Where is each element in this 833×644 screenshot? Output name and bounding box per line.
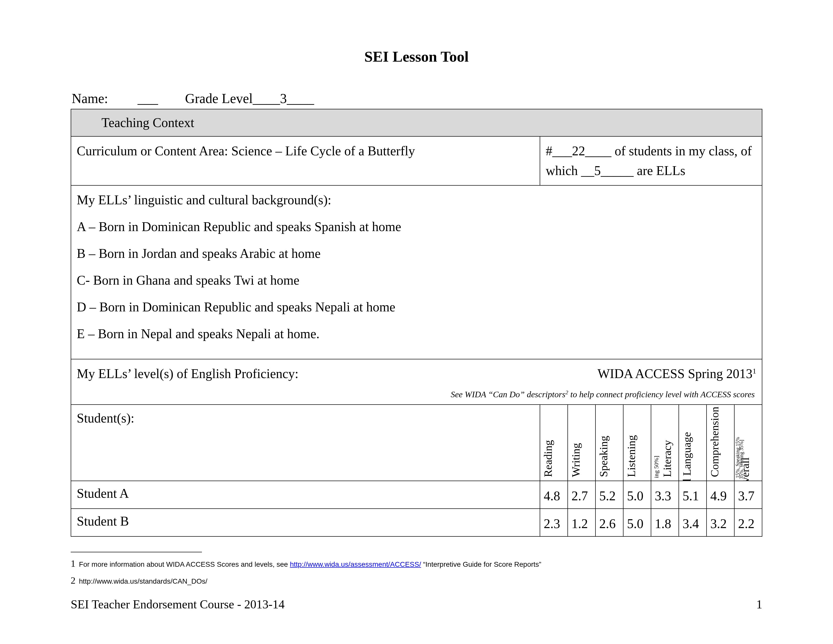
footer-left: SEI Teacher Endorsement Course - 2013-14 bbox=[71, 597, 285, 611]
name-label: Name: bbox=[72, 91, 108, 106]
col-oral: Oral Language bbox=[679, 404, 706, 481]
score-header-row: Student(s): Reading Writing Speaking Lis… bbox=[71, 404, 762, 481]
student-a-writing: 2.7 bbox=[568, 481, 595, 509]
class-counts: #___22____ of students in my class, of w… bbox=[546, 144, 752, 178]
col-writing: Writing bbox=[568, 404, 595, 481]
grade-value: 3 bbox=[280, 91, 287, 106]
student-b-literacy: 1.8 bbox=[651, 509, 679, 536]
footnote-1: 1 For more information about WIDA ACCESS… bbox=[71, 557, 762, 570]
student-a-row: Student A 4.8 2.7 5.2 5.0 3.3 5.1 4.9 3.… bbox=[71, 481, 762, 509]
col-literacy: Literacy ing 50%] bbox=[651, 404, 679, 481]
student-a-overall: 3.7 bbox=[734, 481, 762, 509]
teaching-context-header: Teaching Context bbox=[71, 109, 762, 136]
name-grade-line: Name: ___ Grade Level____3____ bbox=[71, 91, 762, 106]
backgrounds-heading: My ELLs’ linguistic and cultural backgro… bbox=[77, 190, 756, 210]
page-footer: SEI Teacher Endorsement Course - 2013-14… bbox=[71, 597, 762, 611]
background-b: B – Born in Jordan and speaks Arabic at … bbox=[77, 244, 756, 263]
page-title: SEI Lesson Tool bbox=[71, 48, 762, 65]
footnote-1-post: “Interpretive Guide for Score Reports” bbox=[421, 560, 541, 568]
helper-text: See WIDA “Can Do” descriptors2 to help c… bbox=[77, 389, 756, 400]
student-b-reading: 2.3 bbox=[540, 509, 568, 536]
student-a-oral: 5.1 bbox=[679, 481, 706, 509]
footnote-1-num: 1 bbox=[71, 558, 76, 569]
teaching-context-row: Teaching Context bbox=[71, 109, 762, 136]
student-a-listening: 5.0 bbox=[623, 481, 651, 509]
helper-sup: 2 bbox=[565, 389, 568, 396]
page: SEI Lesson Tool Name: ___ Grade Level___… bbox=[0, 0, 833, 644]
col-speaking: Speaking bbox=[595, 404, 623, 481]
footer-page-number: 1 bbox=[756, 597, 762, 611]
background-c: C- Born in Ghana and speaks Twi at home bbox=[77, 270, 756, 290]
footnote-2: 2 http://www.wida.us/standards/CAN_DOs/ bbox=[71, 574, 762, 587]
students-label: Student(s): bbox=[71, 404, 540, 481]
proficiency-row: My ELLs’ level(s) of English Proficiency… bbox=[71, 359, 762, 404]
helper-pre: See WIDA “Can Do” descriptors bbox=[450, 390, 565, 399]
grade-suffix: ____ bbox=[287, 91, 314, 106]
col-overall: Overall 15%, Speaking 15% 35%, Writing 3… bbox=[734, 404, 762, 481]
student-b-overall: 2.2 bbox=[734, 509, 762, 536]
backgrounds-row: My ELLs’ linguistic and cultural backgro… bbox=[71, 185, 762, 359]
col-listening: Listening bbox=[623, 404, 651, 481]
col-reading: Reading bbox=[540, 404, 568, 481]
name-value: ___ bbox=[138, 91, 158, 106]
grade-prefix: ____ bbox=[252, 91, 280, 106]
student-a-reading: 4.8 bbox=[540, 481, 568, 509]
class-counts-cell: #___22____ of students in my class, of w… bbox=[540, 136, 762, 185]
student-b-row: Student B 2.3 1.2 2.6 5.0 1.8 3.4 3.2 2.… bbox=[71, 509, 762, 536]
student-b-comprehension: 3.2 bbox=[706, 509, 734, 536]
curriculum-label: Curriculum or Content Area: Science – Li… bbox=[77, 144, 415, 158]
student-a-name: Student A bbox=[71, 481, 540, 509]
curriculum-cell: Curriculum or Content Area: Science – Li… bbox=[71, 136, 540, 185]
student-a-literacy: 3.3 bbox=[651, 481, 679, 509]
curriculum-row: Curriculum or Content Area: Science – Li… bbox=[71, 136, 762, 185]
proficiency-label: My ELLs’ level(s) of English Proficiency… bbox=[77, 364, 299, 384]
grade-label: Grade Level bbox=[185, 91, 252, 106]
backgrounds-cell: My ELLs’ linguistic and cultural backgro… bbox=[71, 185, 762, 359]
background-a: A – Born in Dominican Republic and speak… bbox=[77, 217, 756, 237]
footnote-1-pre: For more information about WIDA ACCESS S… bbox=[77, 560, 290, 568]
footnote-rule bbox=[71, 552, 202, 552]
student-b-oral: 3.4 bbox=[679, 509, 706, 536]
background-d: D – Born in Dominican Republic and speak… bbox=[77, 297, 756, 317]
student-b-writing: 1.2 bbox=[568, 509, 595, 536]
footnote-1-link[interactable]: http://www.wida.us/assessment/ACCESS/ bbox=[290, 560, 421, 568]
background-e: E – Born in Nepal and speaks Nepali at h… bbox=[77, 324, 756, 344]
proficiency-cell: My ELLs’ level(s) of English Proficiency… bbox=[71, 359, 762, 404]
main-table: Teaching Context Curriculum or Content A… bbox=[71, 109, 762, 537]
student-b-name: Student B bbox=[71, 509, 540, 536]
wida-sup: 1 bbox=[753, 367, 756, 375]
footnote-2-text: http://www.wida.us/standards/CAN_DOs/ bbox=[77, 577, 207, 585]
student-a-comprehension: 4.9 bbox=[706, 481, 734, 509]
wida-label: WIDA ACCESS Spring 2013 bbox=[598, 367, 753, 381]
student-b-listening: 5.0 bbox=[623, 509, 651, 536]
footnote-2-num: 2 bbox=[71, 575, 76, 586]
helper-post: to help connect proficiency level with A… bbox=[568, 390, 755, 399]
col-comprehension: Comprehension bbox=[706, 404, 734, 481]
student-b-speaking: 2.6 bbox=[595, 509, 623, 536]
student-a-speaking: 5.2 bbox=[595, 481, 623, 509]
